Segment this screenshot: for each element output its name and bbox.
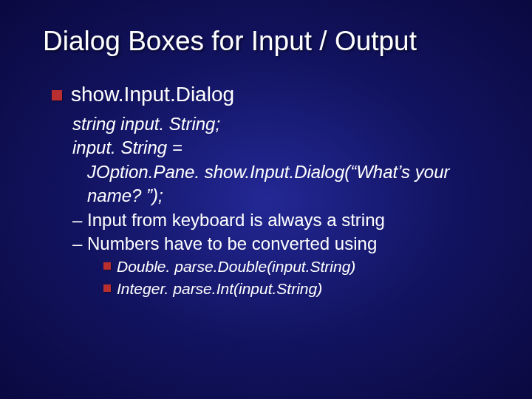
sub-bullet-2: Integer. parse.Int(input.String) (103, 278, 495, 299)
bullet-icon (103, 262, 111, 270)
sub-bullet-1: Double. parse.Double(input.String) (103, 256, 495, 277)
bullet-level1: show.Input.Dialog (52, 83, 495, 106)
code-line-1: string input. String; (72, 112, 495, 136)
slide-title: Dialog Boxes for Input / Output (43, 26, 495, 57)
sub-text-2: Integer. parse.Int(input.String) (117, 278, 322, 299)
heading-text: show.Input.Dialog (71, 83, 234, 106)
code-line-3: JOption.Pane. show.Input.Dialog(“What’s … (87, 160, 495, 208)
bullet-icon (103, 284, 111, 292)
dash-item-2: – Numbers have to be converted using (72, 232, 495, 256)
dash-item-1: – Input from keyboard is always a string (72, 208, 495, 232)
bullet-icon (52, 90, 62, 100)
code-line-2: input. String = (72, 136, 495, 160)
sub-text-1: Double. parse.Double(input.String) (117, 256, 355, 277)
